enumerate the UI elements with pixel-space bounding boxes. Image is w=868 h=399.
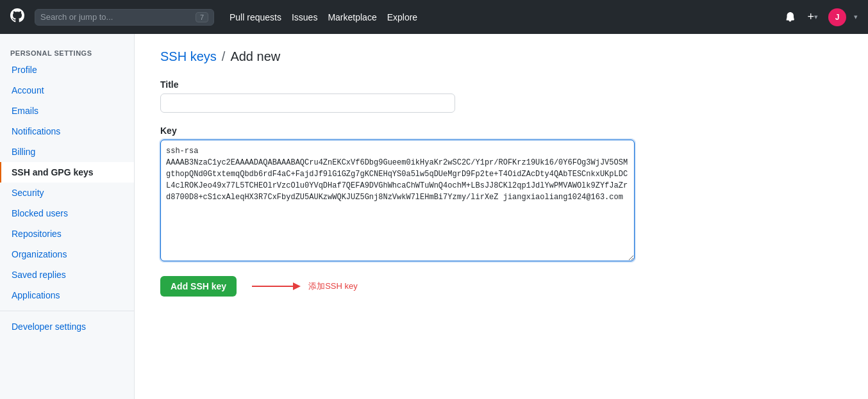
title-input[interactable] xyxy=(160,94,455,113)
key-textarea[interactable] xyxy=(160,140,635,261)
sidebar-item-saved-replies[interactable]: Saved replies xyxy=(0,265,134,285)
sidebar-item-notifications[interactable]: Notifications xyxy=(0,121,134,142)
sidebar-item-billing[interactable]: Billing xyxy=(0,142,134,162)
sidebar-item-ssh[interactable]: SSH and GPG keys xyxy=(0,162,134,183)
search-placeholder: Search or jump to... xyxy=(40,12,190,22)
user-avatar[interactable]: J xyxy=(828,8,846,26)
search-kbd: 7 xyxy=(196,12,208,22)
add-ssh-button[interactable]: Add SSH key xyxy=(160,276,237,297)
breadcrumb-separator: / xyxy=(222,49,226,64)
pull-requests-link[interactable]: Pull requests xyxy=(230,12,281,22)
page-wrapper: Personal settings Profile Account Emails… xyxy=(0,34,868,399)
main-content: SSH keys / Add new Title Key Add SSH key xyxy=(135,34,868,399)
search-box[interactable]: Search or jump to... 7 xyxy=(35,9,214,26)
sidebar-divider xyxy=(0,311,134,311)
sidebar-section-title: Personal settings xyxy=(0,44,134,60)
arrow-icon xyxy=(252,279,303,294)
plus-button[interactable]: + ▾ xyxy=(805,8,821,26)
sidebar-item-emails[interactable]: Emails xyxy=(0,101,134,121)
issues-link[interactable]: Issues xyxy=(292,12,317,22)
sidebar-item-security[interactable]: Security xyxy=(0,183,134,203)
github-logo[interactable] xyxy=(10,8,24,26)
top-navigation: Search or jump to... 7 Pull requests Iss… xyxy=(0,0,868,34)
notification-button[interactable] xyxy=(783,10,797,25)
title-label: Title xyxy=(160,79,842,90)
sidebar-item-developer-settings[interactable]: Developer settings xyxy=(0,316,134,337)
sidebar-item-profile[interactable]: Profile xyxy=(0,60,134,80)
sidebar-item-blocked[interactable]: Blocked users xyxy=(0,203,134,224)
explore-link[interactable]: Explore xyxy=(387,12,417,22)
sidebar-item-organizations[interactable]: Organizations xyxy=(0,244,134,265)
sidebar-item-applications[interactable]: Applications xyxy=(0,285,134,305)
topnav-links: Pull requests Issues Marketplace Explore xyxy=(230,12,417,22)
sidebar-item-account[interactable]: Account xyxy=(0,80,134,101)
breadcrumb-link[interactable]: SSH keys xyxy=(160,49,217,64)
title-form-group: Title xyxy=(160,79,842,113)
button-area: Add SSH key 添加SSH key xyxy=(160,276,842,297)
annotation: 添加SSH key xyxy=(252,279,358,294)
topnav-right: + ▾ J ▾ xyxy=(783,8,858,26)
key-label: Key xyxy=(160,126,842,136)
marketplace-link[interactable]: Marketplace xyxy=(328,12,376,22)
key-form-group: Key xyxy=(160,126,842,263)
sidebar: Personal settings Profile Account Emails… xyxy=(0,34,135,399)
breadcrumb: SSH keys / Add new xyxy=(160,49,842,64)
avatar-caret: ▾ xyxy=(854,13,858,21)
breadcrumb-current: Add new xyxy=(230,49,280,64)
annotation-text: 添加SSH key xyxy=(308,281,358,292)
sidebar-item-repositories[interactable]: Repositories xyxy=(0,224,134,244)
